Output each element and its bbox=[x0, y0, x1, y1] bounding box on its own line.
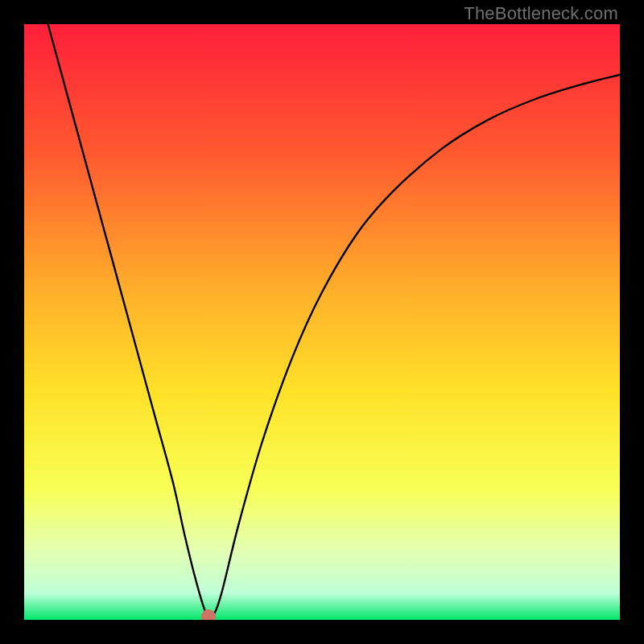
chart-frame: TheBottleneck.com bbox=[0, 0, 644, 644]
bottleneck-curve bbox=[24, 24, 620, 620]
optimal-point-marker bbox=[201, 609, 216, 620]
watermark-text: TheBottleneck.com bbox=[464, 3, 618, 24]
plot-area bbox=[24, 24, 620, 620]
